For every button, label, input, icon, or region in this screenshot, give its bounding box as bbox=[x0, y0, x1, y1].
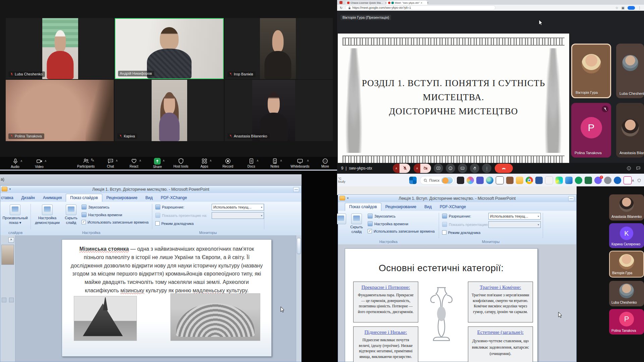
video-tile[interactable]: Anastasia Bilanenko bbox=[225, 80, 333, 141]
video-tile[interactable]: Luba Cheshenko bbox=[6, 18, 114, 79]
close-pane-button[interactable]: ✕ bbox=[8, 237, 14, 243]
app-icon-green[interactable] bbox=[575, 177, 582, 184]
tab-review[interactable]: Рецензирование bbox=[381, 203, 421, 211]
setup-show-button[interactable]: Настройкадемонстрации bbox=[33, 204, 61, 225]
react-button[interactable]: ∧React bbox=[126, 158, 142, 169]
app-icon-brown[interactable] bbox=[506, 177, 514, 184]
scroll-left-button[interactable] bbox=[2, 298, 6, 302]
browser-menu-icon[interactable]: ⋮ bbox=[638, 6, 641, 10]
settings-icon[interactable] bbox=[604, 177, 611, 184]
side-tile-polina[interactable]: P Polina Tanakova bbox=[609, 309, 644, 335]
reload-icon[interactable]: ↻ bbox=[340, 6, 342, 10]
notion-icon[interactable] bbox=[496, 176, 504, 184]
profile-button[interactable] bbox=[628, 6, 635, 10]
start-button[interactable] bbox=[409, 177, 417, 184]
thumbnails-pane[interactable]: ✕ bbox=[0, 235, 15, 362]
side-tile-karyna[interactable]: K Карина Скляренко bbox=[609, 223, 644, 248]
docs-button[interactable]: ∧Docs bbox=[244, 158, 259, 169]
word-icon[interactable] bbox=[535, 177, 543, 184]
tab-view[interactable]: Вид bbox=[420, 203, 436, 211]
office-button-icon[interactable] bbox=[2, 187, 7, 191]
hide-slide-button[interactable]: Скрытьслайд bbox=[63, 204, 79, 225]
meet-tile-polina[interactable]: P Polina Tanakova bbox=[571, 103, 611, 158]
side-tile-viktoriia[interactable]: Вікторія Гура bbox=[609, 251, 644, 278]
record-narration-button[interactable]: Звукозапись bbox=[82, 204, 109, 209]
bookmark-star-icon[interactable]: ☆ bbox=[615, 6, 619, 10]
scrollbar-thumb[interactable] bbox=[297, 238, 301, 254]
resolution-combo[interactable]: Использовать текущ...▾ bbox=[212, 204, 264, 210]
browser-tab-2[interactable]: Meet: "swv-ykps-otx" × bbox=[386, 1, 427, 5]
more-options-button[interactable]: ⋮ bbox=[482, 164, 491, 173]
quick-access-toolbar[interactable]: ▼ bbox=[339, 196, 349, 200]
tab-pdf-xchange[interactable]: PDF-XChange bbox=[157, 194, 191, 202]
use-timings-checkbox[interactable]: ✓Использовать записанные времена bbox=[368, 229, 435, 233]
side-tile-anastasia[interactable]: Anastasia Bilanenko bbox=[609, 194, 644, 221]
chrome-icon[interactable] bbox=[526, 177, 533, 184]
extensions-icon[interactable]: ▣ bbox=[622, 6, 625, 10]
file-explorer-icon[interactable] bbox=[516, 177, 523, 184]
video-tile[interactable]: Polina Tanakova bbox=[6, 80, 114, 141]
camera-options-chevron[interactable]: ∧ bbox=[414, 164, 420, 173]
meet-tile-anastasia[interactable]: Anastasia Bilanenko bbox=[616, 103, 644, 158]
tab-insert[interactable]: ставка bbox=[0, 194, 17, 202]
minimize-button[interactable]: — bbox=[568, 196, 574, 201]
office-button-icon[interactable] bbox=[339, 196, 345, 200]
teams-icon[interactable] bbox=[476, 177, 484, 184]
tab-slideshow[interactable]: Показ слайдов bbox=[345, 203, 381, 211]
video-tile[interactable]: Каріна bbox=[115, 80, 224, 141]
side-tile-luba[interactable]: Luba Cheshenko bbox=[609, 281, 644, 306]
custom-show-button[interactable]: Произвольный показ ▾ bbox=[2, 204, 29, 225]
use-timings-checkbox[interactable]: ✓Использовать записанные времена bbox=[82, 220, 149, 224]
security-shield-icon[interactable] bbox=[637, 179, 641, 182]
edge-icon[interactable] bbox=[486, 177, 493, 184]
chat-button[interactable]: ∧Chat bbox=[103, 158, 118, 169]
record-button[interactable]: Record bbox=[220, 158, 235, 169]
taskbar-search[interactable]: Поиск bbox=[420, 176, 454, 185]
participants-button[interactable]: 6 ∧Participants bbox=[77, 158, 95, 169]
host-tools-button[interactable]: Host tools bbox=[173, 158, 189, 169]
mic-muted-button[interactable] bbox=[399, 164, 410, 173]
tab-review[interactable]: Рецензирование bbox=[102, 194, 142, 202]
rehearse-timings-button[interactable]: Настройка времени bbox=[368, 221, 408, 226]
pycharm-icon[interactable] bbox=[555, 177, 563, 184]
chat-panel-icon[interactable] bbox=[636, 166, 641, 171]
title-bar[interactable]: ▼ Лекція 1. Вступ. Доісторичне мистецтво… bbox=[338, 195, 576, 202]
viber-icon[interactable]: 7 bbox=[594, 177, 602, 184]
slide-thumbnail[interactable] bbox=[1, 245, 14, 265]
widgets-icon[interactable] bbox=[457, 177, 464, 184]
copilot-icon[interactable] bbox=[467, 177, 474, 184]
scroll-right-button[interactable] bbox=[9, 298, 14, 302]
resolution-combo[interactable]: Использовать текущ...▾ bbox=[488, 213, 541, 220]
apps-button[interactable]: ∧Apps bbox=[197, 158, 212, 169]
minimize-button[interactable]: — bbox=[293, 187, 299, 192]
tab-close-icon[interactable]: × bbox=[421, 1, 422, 4]
presenter-view-checkbox[interactable]: Режим докладчика bbox=[155, 221, 194, 226]
vertical-scrollbar[interactable] bbox=[296, 235, 301, 362]
slide-canvas[interactable]: Мізинська стоянка — одна з найвизначніши… bbox=[62, 239, 272, 357]
present-button[interactable] bbox=[434, 164, 443, 173]
tab-pdf-xchange[interactable]: PDF-XChange bbox=[436, 203, 470, 211]
browser-tab-1[interactable]: Chaos License Quick Start Guide × bbox=[345, 1, 388, 5]
photos-icon[interactable] bbox=[565, 177, 573, 184]
new-tab-button[interactable]: + bbox=[425, 1, 433, 5]
leave-call-button[interactable] bbox=[495, 164, 513, 173]
tab-view[interactable]: Вид bbox=[142, 194, 157, 202]
meet-tile-viktoriia[interactable]: Вікторія Гура bbox=[571, 44, 611, 98]
hide-slide-button[interactable]: Скрытьслайд bbox=[348, 214, 365, 234]
tab-design[interactable]: Дизайн bbox=[17, 194, 39, 202]
meet-tile-luba[interactable]: Luba Cheshenko bbox=[616, 44, 644, 98]
captions-button[interactable] bbox=[458, 164, 467, 173]
weather-widget[interactable]: °C loudy bbox=[338, 177, 345, 183]
rehearse-timings-button[interactable]: Настройка времени bbox=[82, 212, 122, 217]
video-tile[interactable]: Ігор Валіків bbox=[225, 18, 333, 79]
raise-hand-button[interactable] bbox=[470, 164, 479, 173]
audio-button[interactable]: ∧Audio bbox=[7, 158, 23, 169]
video-tile-active[interactable]: Андрій Никифоров bbox=[115, 18, 224, 79]
qat-dropdown-icon[interactable]: ▼ bbox=[9, 188, 11, 191]
presenter-view-checkbox[interactable]: Режим докладчика bbox=[442, 230, 480, 235]
camera-off-button[interactable] bbox=[420, 164, 431, 173]
share-button[interactable]: ∧Share bbox=[150, 158, 165, 169]
more-button[interactable]: More bbox=[317, 158, 333, 169]
excel-icon[interactable] bbox=[585, 177, 592, 184]
tab-animation[interactable]: Анимация bbox=[39, 194, 66, 202]
